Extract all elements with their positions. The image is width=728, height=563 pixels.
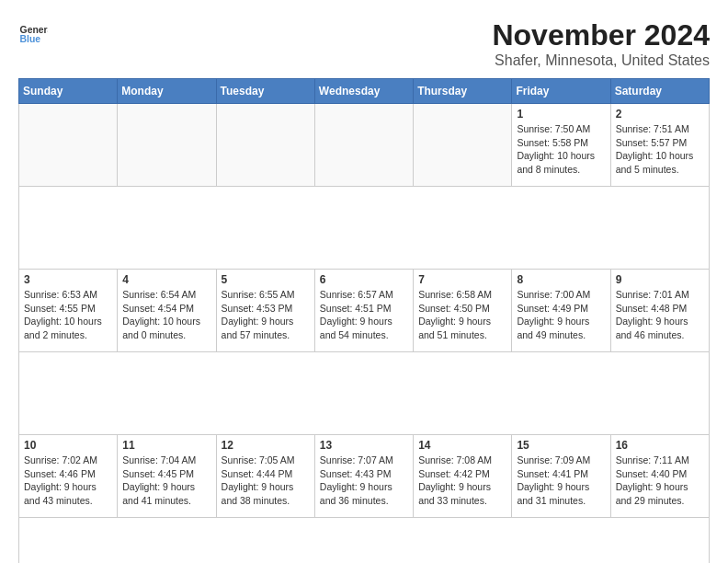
svg-text:Blue: Blue bbox=[20, 34, 41, 44]
calendar-cell: 15Sunrise: 7:09 AM Sunset: 4:41 PM Dayli… bbox=[512, 435, 610, 518]
calendar-week-row: 10Sunrise: 7:02 AM Sunset: 4:46 PM Dayli… bbox=[19, 435, 710, 518]
weekday-header-monday: Monday bbox=[118, 79, 216, 104]
cell-date-number: 5 bbox=[222, 273, 310, 286]
calendar-cell: 3Sunrise: 6:53 AM Sunset: 4:55 PM Daylig… bbox=[19, 270, 118, 352]
calendar-cell bbox=[216, 104, 314, 187]
cell-date-number: 2 bbox=[616, 108, 704, 121]
location-subtitle: Shafer, Minnesota, United States bbox=[492, 52, 710, 69]
cell-date-number: 16 bbox=[616, 439, 704, 452]
calendar-cell: 6Sunrise: 6:57 AM Sunset: 4:51 PM Daylig… bbox=[314, 270, 413, 352]
cell-date-number: 10 bbox=[24, 439, 112, 452]
svg-text:General: General bbox=[20, 25, 48, 35]
calendar-table: SundayMondayTuesdayWednesdayThursdayFrid… bbox=[18, 78, 710, 563]
weekday-header-saturday: Saturday bbox=[610, 79, 709, 104]
cell-date-number: 7 bbox=[418, 273, 506, 286]
cell-info-text: Sunrise: 7:11 AM Sunset: 4:40 PM Dayligh… bbox=[616, 454, 704, 508]
cell-info-text: Sunrise: 6:55 AM Sunset: 4:53 PM Dayligh… bbox=[222, 288, 310, 342]
cell-info-text: Sunrise: 7:04 AM Sunset: 4:45 PM Dayligh… bbox=[122, 454, 210, 508]
logo: General Blue bbox=[18, 18, 48, 48]
cell-date-number: 13 bbox=[320, 439, 408, 452]
cell-date-number: 6 bbox=[320, 273, 408, 286]
calendar-cell bbox=[414, 104, 512, 187]
cell-info-text: Sunrise: 6:54 AM Sunset: 4:54 PM Dayligh… bbox=[122, 288, 210, 342]
calendar-cell: 9Sunrise: 7:01 AM Sunset: 4:48 PM Daylig… bbox=[610, 270, 709, 352]
calendar-week-row: 3Sunrise: 6:53 AM Sunset: 4:55 PM Daylig… bbox=[19, 270, 710, 352]
logo-icon: General Blue bbox=[18, 18, 48, 48]
calendar-cell: 11Sunrise: 7:04 AM Sunset: 4:45 PM Dayli… bbox=[118, 435, 216, 518]
cell-info-text: Sunrise: 7:00 AM Sunset: 4:49 PM Dayligh… bbox=[517, 288, 605, 342]
weekday-header-sunday: Sunday bbox=[19, 79, 118, 104]
cell-info-text: Sunrise: 7:01 AM Sunset: 4:48 PM Dayligh… bbox=[616, 288, 704, 342]
cell-date-number: 8 bbox=[517, 273, 605, 286]
calendar-cell: 5Sunrise: 6:55 AM Sunset: 4:53 PM Daylig… bbox=[216, 270, 314, 352]
weekday-header-wednesday: Wednesday bbox=[314, 79, 413, 104]
calendar-cell bbox=[314, 104, 413, 187]
cell-info-text: Sunrise: 7:51 AM Sunset: 5:57 PM Dayligh… bbox=[616, 122, 704, 177]
cell-date-number: 11 bbox=[122, 439, 210, 452]
calendar-cell: 14Sunrise: 7:08 AM Sunset: 4:42 PM Dayli… bbox=[414, 435, 512, 518]
calendar-cell: 8Sunrise: 7:00 AM Sunset: 4:49 PM Daylig… bbox=[512, 270, 610, 352]
page-header: General Blue November 2024 Shafer, Minne… bbox=[18, 18, 710, 69]
weekday-header-thursday: Thursday bbox=[414, 79, 512, 104]
calendar-cell: 1Sunrise: 7:50 AM Sunset: 5:58 PM Daylig… bbox=[512, 104, 610, 187]
calendar-cell: 2Sunrise: 7:51 AM Sunset: 5:57 PM Daylig… bbox=[610, 104, 709, 187]
calendar-cell: 7Sunrise: 6:58 AM Sunset: 4:50 PM Daylig… bbox=[414, 270, 512, 352]
cell-date-number: 1 bbox=[517, 108, 605, 121]
cell-date-number: 12 bbox=[222, 439, 310, 452]
calendar-cell: 16Sunrise: 7:11 AM Sunset: 4:40 PM Dayli… bbox=[610, 435, 709, 518]
cell-info-text: Sunrise: 7:02 AM Sunset: 4:46 PM Dayligh… bbox=[24, 454, 112, 508]
cell-date-number: 3 bbox=[24, 273, 112, 286]
cell-info-text: Sunrise: 7:09 AM Sunset: 4:41 PM Dayligh… bbox=[517, 454, 605, 508]
week-spacer bbox=[19, 187, 710, 270]
calendar-week-row: 1Sunrise: 7:50 AM Sunset: 5:58 PM Daylig… bbox=[19, 104, 710, 187]
cell-date-number: 9 bbox=[616, 273, 704, 286]
calendar-header: SundayMondayTuesdayWednesdayThursdayFrid… bbox=[19, 79, 710, 104]
cell-info-text: Sunrise: 7:07 AM Sunset: 4:43 PM Dayligh… bbox=[320, 454, 408, 508]
cell-info-text: Sunrise: 6:58 AM Sunset: 4:50 PM Dayligh… bbox=[418, 288, 506, 342]
calendar-body: 1Sunrise: 7:50 AM Sunset: 5:58 PM Daylig… bbox=[19, 104, 710, 564]
title-block: November 2024 Shafer, Minnesota, United … bbox=[492, 18, 710, 69]
calendar-cell bbox=[118, 104, 216, 187]
week-spacer bbox=[19, 518, 710, 564]
calendar-cell bbox=[19, 104, 118, 187]
weekday-header-row: SundayMondayTuesdayWednesdayThursdayFrid… bbox=[19, 79, 710, 104]
cell-date-number: 15 bbox=[517, 439, 605, 452]
cell-date-number: 14 bbox=[418, 439, 506, 452]
cell-info-text: Sunrise: 7:08 AM Sunset: 4:42 PM Dayligh… bbox=[418, 454, 506, 508]
calendar-cell: 13Sunrise: 7:07 AM Sunset: 4:43 PM Dayli… bbox=[314, 435, 413, 518]
cell-info-text: Sunrise: 6:53 AM Sunset: 4:55 PM Dayligh… bbox=[24, 288, 112, 342]
weekday-header-friday: Friday bbox=[512, 79, 610, 104]
cell-info-text: Sunrise: 6:57 AM Sunset: 4:51 PM Dayligh… bbox=[320, 288, 408, 342]
calendar-cell: 12Sunrise: 7:05 AM Sunset: 4:44 PM Dayli… bbox=[216, 435, 314, 518]
cell-date-number: 4 bbox=[122, 273, 210, 286]
calendar-cell: 10Sunrise: 7:02 AM Sunset: 4:46 PM Dayli… bbox=[19, 435, 118, 518]
month-year-title: November 2024 bbox=[492, 18, 710, 52]
cell-info-text: Sunrise: 7:50 AM Sunset: 5:58 PM Dayligh… bbox=[517, 122, 605, 177]
cell-info-text: Sunrise: 7:05 AM Sunset: 4:44 PM Dayligh… bbox=[222, 454, 310, 508]
week-spacer bbox=[19, 352, 710, 435]
calendar-cell: 4Sunrise: 6:54 AM Sunset: 4:54 PM Daylig… bbox=[118, 270, 216, 352]
weekday-header-tuesday: Tuesday bbox=[216, 79, 314, 104]
